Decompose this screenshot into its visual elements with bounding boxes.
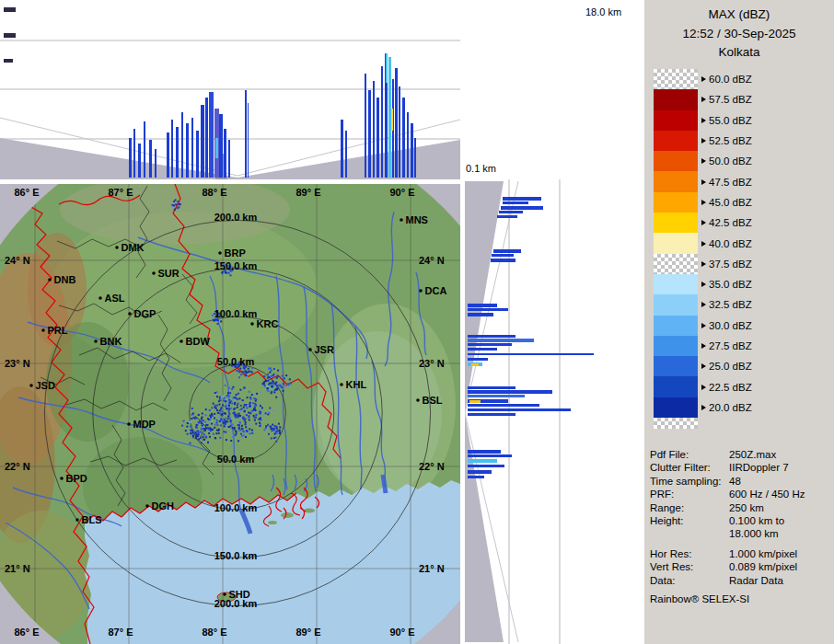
longitude-label: 90° E xyxy=(389,187,414,198)
city-label: BLS xyxy=(82,514,102,525)
echo-streak xyxy=(468,386,515,389)
echo-pixel xyxy=(215,432,217,434)
echo-pixel xyxy=(192,433,194,435)
echo-pixel xyxy=(263,429,265,431)
echo-pixel xyxy=(272,382,274,384)
echo-pixel xyxy=(234,403,236,405)
city-marker xyxy=(41,328,45,332)
echo-pixel xyxy=(263,375,265,377)
echo-pixel xyxy=(190,429,191,431)
echo-pixel xyxy=(222,414,224,416)
info-row: Time sampling:48 xyxy=(650,475,832,488)
city-label: DGH xyxy=(152,500,175,512)
longitude-label: 88° E xyxy=(202,627,226,638)
echo-column xyxy=(219,114,223,178)
echo-pixel xyxy=(280,385,282,387)
echo-pixel xyxy=(210,419,212,420)
echo-pixel xyxy=(198,414,200,416)
legend-entry: 52.5 dBZ xyxy=(701,131,752,151)
legend-entry: 57.5 dBZ xyxy=(701,89,752,109)
echo-pixel xyxy=(275,441,277,443)
echo-pixel xyxy=(229,392,231,394)
echo-pixel xyxy=(267,374,269,375)
echo-column xyxy=(345,131,347,178)
echo-pixel xyxy=(250,398,252,400)
echo-pixel xyxy=(270,426,272,428)
echo-pixel xyxy=(214,405,216,407)
echo-pixel xyxy=(245,421,247,423)
legend-label: 50.0 dBZ xyxy=(709,155,752,167)
echo-pixel xyxy=(205,424,207,426)
echo-pixel xyxy=(274,433,276,435)
echo-pixel xyxy=(249,420,250,421)
legend-label: 20.0 dBZ xyxy=(709,402,752,413)
color-scale-labels: 60.0 dBZ57.5 dBZ55.0 dBZ52.5 dBZ50.0 dBZ… xyxy=(701,69,752,418)
echo-pixel xyxy=(277,375,279,377)
echo-pixel xyxy=(243,407,245,408)
latitude-label: 23° N xyxy=(5,358,30,369)
echo-pixel xyxy=(260,405,261,407)
echo-pixel xyxy=(214,418,215,420)
echo-column xyxy=(228,140,230,178)
legend-arrow-icon xyxy=(701,405,706,410)
echo-pixel xyxy=(236,394,237,396)
legend-swatch xyxy=(654,274,698,294)
echo-column xyxy=(248,103,249,178)
echo-pixel xyxy=(230,420,232,422)
city-label: DMK xyxy=(122,242,145,253)
echo-pixel xyxy=(208,432,210,434)
echo-pixel xyxy=(214,392,216,394)
echo-pixel xyxy=(239,368,241,370)
echo-pixel xyxy=(216,409,218,411)
echo-pixel xyxy=(256,393,258,395)
longitude-label: 86° E xyxy=(14,627,39,638)
echo-column xyxy=(186,123,189,178)
axis-mark xyxy=(4,7,16,12)
echo-column xyxy=(155,149,156,178)
echo-pixel xyxy=(255,400,257,402)
echo-pixel xyxy=(175,200,177,201)
echo-pixel xyxy=(267,380,269,382)
echo-pixel xyxy=(190,432,191,434)
echo-pixel xyxy=(276,426,278,428)
city-marker xyxy=(115,246,119,249)
echo-pixel xyxy=(192,415,194,417)
echo-column xyxy=(196,131,199,178)
echo-pixel xyxy=(246,372,248,374)
echo-pixel xyxy=(228,405,230,407)
echo-pixel xyxy=(187,433,189,435)
echo-pixel xyxy=(236,432,237,434)
echo-streak xyxy=(468,390,552,394)
echo-pixel xyxy=(209,409,211,411)
echo-pixel xyxy=(219,409,221,411)
echo-pixel xyxy=(230,408,232,409)
echo-pixel xyxy=(214,424,216,426)
range-ring-label: 200.0 km xyxy=(214,598,258,609)
echo-pixel xyxy=(222,420,224,421)
legend-arrow-icon xyxy=(701,261,706,267)
info-label: Range: xyxy=(650,501,729,514)
echo-pixel xyxy=(225,423,226,425)
echo-pixel xyxy=(240,405,242,407)
echo-pixel xyxy=(265,425,267,427)
info-row: Hor Res:1.000 km/pixel xyxy=(650,547,832,560)
echo-pixel xyxy=(285,374,287,376)
echo-pixel xyxy=(268,412,270,414)
echo-pixel xyxy=(219,397,221,398)
echo-pixel xyxy=(237,398,238,400)
echo-pixel xyxy=(211,423,213,425)
echo-pixel xyxy=(273,368,275,370)
echo-pixel xyxy=(240,433,242,435)
echo-pixel xyxy=(276,388,278,390)
echo-pixel xyxy=(198,421,200,423)
color-scale xyxy=(654,69,698,429)
echo-pixel xyxy=(225,418,226,420)
echo-pixel xyxy=(202,417,203,419)
echo-pixel xyxy=(238,424,240,426)
city-label: KHL xyxy=(346,379,367,390)
echo-pixel xyxy=(226,439,227,441)
info-label: Hor Res: xyxy=(650,547,729,560)
echo-pixel xyxy=(191,408,193,409)
echo-pixel xyxy=(241,425,243,427)
legend-swatch xyxy=(654,316,698,336)
